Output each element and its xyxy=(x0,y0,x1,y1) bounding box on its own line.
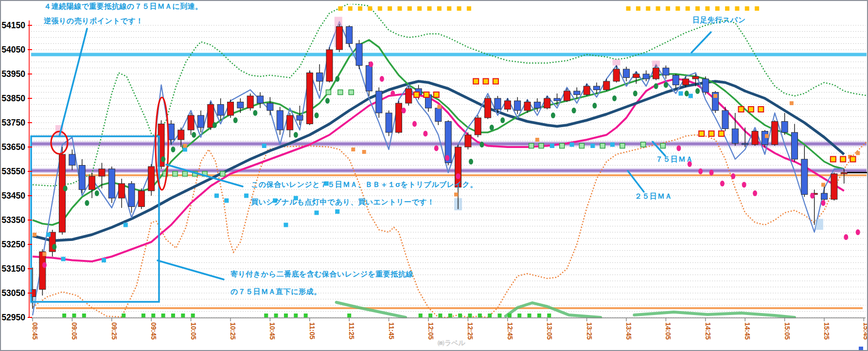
svg-text:12:05: 12:05 xyxy=(427,322,435,340)
annotation-triple-break-line2: 買いシグナルも点灯中であり、買いエントリーです！ xyxy=(251,198,435,207)
svg-text:14:45: 14:45 xyxy=(744,322,751,340)
svg-text:09:45: 09:45 xyxy=(150,322,158,340)
svg-text:54150: 54150 xyxy=(1,20,25,30)
svg-text:10:05: 10:05 xyxy=(190,322,197,340)
svg-text:09:25: 09:25 xyxy=(110,322,118,340)
svg-text:09:05: 09:05 xyxy=(71,322,78,340)
label-daily-senko-span: 日足先行スパン xyxy=(692,16,746,25)
svg-text:54050: 54050 xyxy=(1,45,25,55)
svg-text:10:45: 10:45 xyxy=(268,322,276,340)
svg-text:15:05: 15:05 xyxy=(783,322,791,340)
svg-text:14:05: 14:05 xyxy=(664,322,672,340)
svg-text:12:45: 12:45 xyxy=(506,322,514,340)
svg-text:52950: 52950 xyxy=(1,313,25,322)
svg-text:53150: 53150 xyxy=(1,264,25,274)
annotation-sell-point-line1: ４連続陽線で重要抵抗線の７５日ＭＡに到達。 xyxy=(44,2,203,11)
svg-text:11:05: 11:05 xyxy=(308,322,316,339)
svg-text:53350: 53350 xyxy=(1,215,25,225)
svg-text:11:45: 11:45 xyxy=(388,322,395,339)
svg-text:53750: 53750 xyxy=(1,118,25,128)
svg-text:15:45: 15:45 xyxy=(862,322,868,340)
svg-text:15:25: 15:25 xyxy=(823,322,831,340)
svg-text:53650: 53650 xyxy=(1,142,25,152)
svg-text:12:25: 12:25 xyxy=(466,322,474,340)
trading-chart-window: 5415054050539505385053750536505355053450… xyxy=(0,0,868,351)
label-25day-ma: ２５日ＭＡ xyxy=(635,192,673,201)
svg-text:53250: 53250 xyxy=(1,240,25,249)
svg-text:13:25: 13:25 xyxy=(585,322,593,340)
svg-text:53850: 53850 xyxy=(1,93,25,103)
label-75day-ma: ７５日ＭＡ xyxy=(655,155,693,164)
annotation-sell-point-line2: 逆張りの売りポイントです！ xyxy=(44,17,143,26)
watermark: ㈱ラベル xyxy=(438,339,465,348)
candlestick-chart: 5415054050539505385053750536505355053450… xyxy=(1,1,868,351)
annotation-range-forming-line1: 寄り付きから二番底を含む保合いレンジを重要抵抗線 xyxy=(230,270,413,279)
svg-text:10:25: 10:25 xyxy=(229,322,237,340)
svg-text:11:25: 11:25 xyxy=(348,322,355,339)
annotation-range-forming-line2: の７５日ＭＡ直下に形成。 xyxy=(230,287,321,296)
svg-text:08:45: 08:45 xyxy=(31,322,39,340)
svg-text:53450: 53450 xyxy=(1,191,25,201)
svg-text:13:45: 13:45 xyxy=(625,322,633,340)
svg-text:53550: 53550 xyxy=(1,166,25,176)
annotation-triple-break-line1: この保合いレンジと７５日ＭＡ、ＢＢ＋１σをトリプルブレイク。 xyxy=(251,180,478,189)
svg-text:13:05: 13:05 xyxy=(546,322,553,340)
svg-text:53950: 53950 xyxy=(1,69,25,79)
svg-text:53050: 53050 xyxy=(1,288,25,298)
svg-text:14:25: 14:25 xyxy=(704,322,712,340)
